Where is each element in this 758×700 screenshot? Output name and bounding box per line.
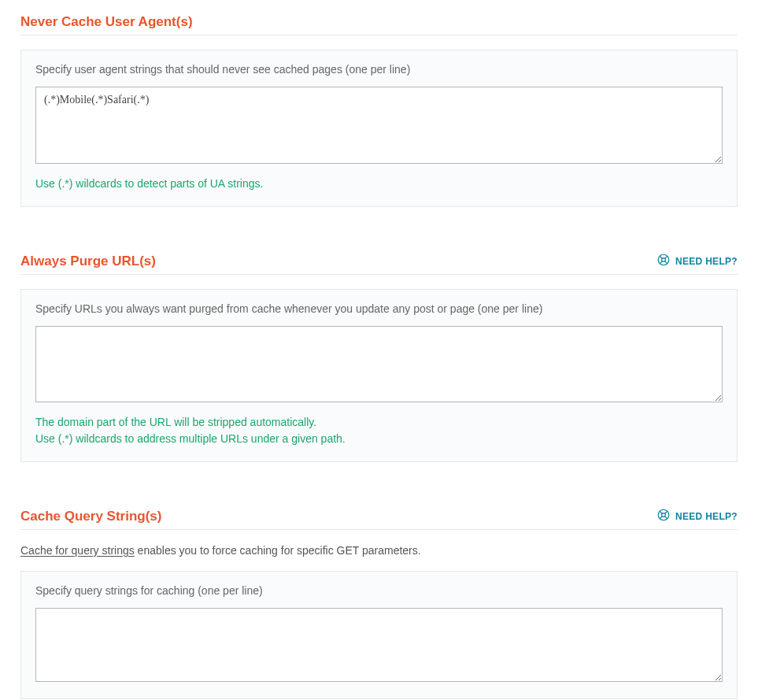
svg-line-2 bbox=[660, 256, 662, 258]
need-help-link[interactable]: NEED HELP? bbox=[656, 253, 738, 269]
section-header: Cache Query String(s) NEED HELP? bbox=[20, 508, 738, 530]
help-label: NEED HELP? bbox=[675, 511, 738, 522]
svg-point-1 bbox=[662, 258, 666, 262]
help-label: NEED HELP? bbox=[675, 256, 738, 267]
section-header: Always Purge URL(s) NEED HELP? bbox=[20, 253, 738, 275]
field-label: Specify user agent strings that should n… bbox=[35, 63, 723, 76]
svg-line-5 bbox=[665, 261, 667, 264]
section-always-purge-urls: Always Purge URL(s) NEED HELP? Specify U… bbox=[0, 239, 758, 494]
field-hint: The domain part of the URL will be strip… bbox=[35, 414, 723, 447]
panel-cache-query: Specify query strings for caching (one p… bbox=[20, 571, 738, 699]
never-cache-ua-textarea[interactable] bbox=[35, 87, 723, 164]
field-label: Specify URLs you always want purged from… bbox=[35, 302, 723, 315]
field-hint: Use (.*) wildcards to detect parts of UA… bbox=[35, 176, 723, 192]
svg-line-11 bbox=[665, 517, 667, 519]
intro-text: enables you to force caching for specifi… bbox=[135, 544, 421, 557]
section-cache-query-strings: Cache Query String(s) NEED HELP? Cache f… bbox=[0, 494, 758, 700]
field-label: Specify query strings for caching (one p… bbox=[35, 584, 723, 597]
hint-line-2: Use (.*) wildcards to address multiple U… bbox=[35, 431, 723, 447]
cache-query-textarea[interactable] bbox=[35, 608, 723, 682]
need-help-link[interactable]: NEED HELP? bbox=[656, 508, 738, 524]
panel-always-purge: Specify URLs you always want purged from… bbox=[20, 289, 738, 462]
help-icon bbox=[656, 508, 671, 524]
section-header: Never Cache User Agent(s) bbox=[20, 14, 738, 35]
svg-line-4 bbox=[660, 261, 662, 264]
svg-line-3 bbox=[665, 256, 667, 258]
hint-line-1: The domain part of the URL will be strip… bbox=[35, 414, 723, 431]
svg-line-8 bbox=[660, 511, 662, 513]
section-never-cache-user-agents: Never Cache User Agent(s) Specify user a… bbox=[0, 0, 758, 239]
svg-line-10 bbox=[660, 517, 662, 519]
panel-never-cache-ua: Specify user agent strings that should n… bbox=[20, 50, 738, 207]
svg-point-7 bbox=[662, 513, 666, 517]
section-title: Always Purge URL(s) bbox=[20, 254, 156, 269]
section-title: Never Cache User Agent(s) bbox=[20, 14, 193, 30]
section-title: Cache Query String(s) bbox=[20, 509, 162, 524]
intro-link[interactable]: Cache for query strings bbox=[20, 544, 135, 557]
help-icon bbox=[656, 253, 671, 269]
always-purge-textarea[interactable] bbox=[35, 326, 723, 402]
section-intro: Cache for query strings enables you to f… bbox=[20, 544, 738, 557]
svg-line-9 bbox=[665, 511, 667, 513]
